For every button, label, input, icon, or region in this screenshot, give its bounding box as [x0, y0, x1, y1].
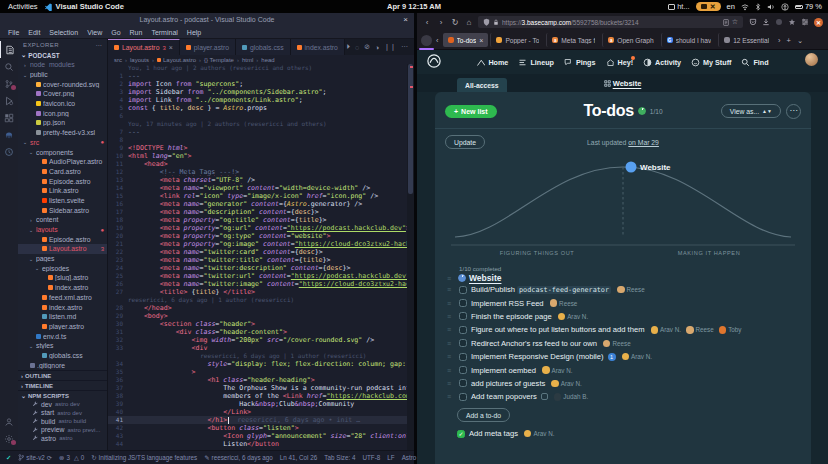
explorer-folder-episodes[interactable]: ⌄episodes [18, 263, 107, 273]
battery-indicator[interactable]: 79 % [795, 2, 822, 11]
explorer-file-favicon.ico[interactable]: favicon.ico [18, 99, 107, 109]
disable-icon[interactable]: ⊘ [364, 43, 370, 51]
breadcrumb-Layout.astro[interactable]: Layout.astro [157, 57, 196, 63]
explorer-file-listen.svelte[interactable]: listen.svelte [18, 196, 107, 206]
search-icon[interactable] [0, 58, 18, 75]
reload-button[interactable]: ↻ [450, 18, 460, 27]
explorer-folder-pages[interactable]: ⌄pages [18, 254, 107, 264]
explorer-folder-node_modules[interactable]: ›node_modules [18, 60, 107, 70]
bc-nav-mystuff[interactable]: My Stuff [691, 58, 731, 67]
menu-terminal[interactable]: Terminal [147, 29, 181, 36]
circle-icon[interactable]: ◌ [355, 44, 359, 51]
npm-script-start[interactable]: startastro dev [18, 409, 107, 418]
explorer-folder-layouts[interactable]: ⌄layouts● [18, 225, 107, 235]
npm-script-dev[interactable]: devastro dev [18, 400, 107, 409]
more-actions-icon[interactable]: ⋯ [401, 43, 408, 51]
tab-scroll-right-icon[interactable]: › [776, 36, 783, 45]
extensions-icon[interactable] [0, 109, 18, 126]
menu-selection[interactable]: Selection [45, 29, 82, 36]
todo-checkbox-checked[interactable]: ✓ [457, 430, 465, 438]
editor-tab-Layout.astro[interactable]: Layout.astro3× [108, 39, 180, 55]
menu-go[interactable]: Go [107, 29, 124, 36]
explorer-file-Card.astro[interactable]: Card.astro [18, 167, 107, 177]
explorer-file-Sidebar.astro[interactable]: Sidebar.astro [18, 205, 107, 215]
explorer-file-AudioPlayer.astro[interactable]: AudioPlayer.astro [18, 157, 107, 167]
editor-tab-player.astro[interactable]: player.astro [180, 39, 236, 55]
assignee-avatar[interactable] [651, 326, 659, 334]
explorer-folder-public[interactable]: ⌄public [18, 70, 107, 80]
settings-sliders-icon[interactable] [801, 18, 809, 26]
breadcrumb-{} Template[interactable]: {} Template [204, 57, 234, 63]
user-avatar[interactable] [805, 53, 818, 66]
explorer-icon[interactable] [0, 41, 18, 58]
assignee-avatar[interactable] [524, 430, 532, 438]
menu-view[interactable]: View [83, 29, 106, 36]
browser-tab-To-dos[interactable]: To-dos× [443, 33, 489, 47]
language-status[interactable]: ↻Initializing JS/TS language features [91, 454, 197, 461]
explorer-folder-styles[interactable]: ⌄styles [18, 341, 107, 351]
hill-chart[interactable]: Website FIGURING THINGS OUT MAKING IT HA… [447, 153, 799, 259]
run-editor-icon[interactable]: ⏵ [346, 43, 350, 51]
editor-scrollbar[interactable] [407, 64, 414, 450]
settings-gear-icon[interactable] [0, 430, 18, 447]
bc-nav-hey[interactable]: Hey! [606, 58, 634, 67]
assignee-avatar[interactable] [542, 366, 550, 374]
adblocker-extension-icon[interactable]: ✕ [814, 18, 823, 27]
assignee-avatar[interactable] [603, 340, 611, 348]
breadcrumb[interactable]: src›layouts›Layout.astro›{} Template›htm… [108, 55, 414, 64]
code-editor[interactable]: You, 1 hour ago | 2 authors (reesericci … [108, 64, 414, 450]
split-editor-icon[interactable]: ❘❘ [384, 43, 396, 51]
comment-count-badge[interactable]: 1 [608, 353, 616, 361]
explorer-file-Layout.astro[interactable]: Layout.astro3 [18, 244, 107, 254]
todo-checkbox[interactable] [459, 286, 467, 294]
privacy-extension-icon[interactable] [775, 18, 783, 26]
breadcrumb-layouts[interactable]: layouts [130, 57, 149, 63]
explorer-file-globals.css[interactable]: globals.css [18, 351, 107, 361]
explorer-folder-src[interactable]: ⌄src● [18, 138, 107, 148]
assignee-avatar[interactable] [617, 286, 625, 294]
last-updated-link[interactable]: on Mar 29 [628, 139, 659, 146]
explorer-file-feed.xml.astro[interactable]: feed.xml.astro [18, 293, 107, 303]
prettier-check-icon[interactable]: ✓ [6, 454, 11, 461]
npm-script-astro[interactable]: astroastro [18, 434, 107, 443]
back-button[interactable]: ‹ [422, 18, 432, 27]
half-circle-icon[interactable]: ◑ [375, 44, 379, 51]
npm-script-preview[interactable]: previewastro previ... [18, 426, 107, 435]
todo-list-title-link[interactable]: Website [469, 273, 501, 283]
bc-nav-home[interactable]: Home [476, 58, 508, 67]
assignee-avatar[interactable] [550, 299, 558, 307]
basecamp-logo[interactable] [427, 54, 441, 68]
shield-icon[interactable] [483, 18, 490, 26]
menu-run[interactable]: Run [126, 29, 147, 36]
explorer-file-[slug].astro[interactable]: [slug].astro [18, 273, 107, 283]
pocket-icon[interactable] [749, 18, 757, 26]
todo-checkbox[interactable] [459, 393, 467, 401]
todo-checkbox[interactable] [459, 326, 467, 334]
explorer-root-folder[interactable]: ⌄PODCAST [18, 50, 107, 60]
menu-help[interactable]: Help [183, 29, 205, 36]
explorer-file-icon.png[interactable]: icon.png [18, 108, 107, 118]
drag-handle-icon[interactable]: ≡ [447, 275, 455, 282]
todo-checkbox[interactable] [459, 312, 467, 320]
bc-nav-find[interactable]: Find [741, 58, 768, 67]
browser-tab-Meta Tags f[interactable]: aMeta Tags f [546, 33, 600, 47]
language-mode[interactable]: Astro [402, 454, 417, 461]
hill-point-website[interactable] [626, 162, 637, 173]
vscode-title-bar[interactable]: Layout.astro - podcast - Visual Studio C… [0, 13, 414, 26]
recording-indicator[interactable]: ✕ [696, 2, 721, 11]
browser-tab-Popper - To[interactable]: Popper - To [490, 33, 544, 47]
todo-checkbox[interactable] [459, 379, 467, 387]
explorer-file-Episode.astro[interactable]: Episode.astro [18, 234, 107, 244]
problems-indicator[interactable]: ⊗3 △0 [59, 454, 84, 461]
browser-tab-should I hav[interactable]: Gshould I hav [661, 33, 717, 47]
explorer-file-env.d.ts[interactable]: env.d.ts [18, 331, 107, 341]
explorer-folder-components[interactable]: ⌄components [18, 147, 107, 157]
more-options-button[interactable]: ⋯ [786, 104, 801, 119]
todo-checkbox[interactable] [459, 366, 467, 374]
explorer-file-Link.astro[interactable]: Link.astro [18, 186, 107, 196]
npm-scripts-panel-header[interactable]: ⌄NPM SCRIPTS [18, 390, 107, 400]
timeline-panel-header[interactable]: ›TIMELINE [18, 380, 107, 390]
todo-checkbox[interactable] [459, 339, 467, 347]
list-tabs-icon[interactable]: ⌄ [795, 36, 805, 45]
browser-tab-Open Graph[interactable]: aOpen Graph [602, 33, 658, 47]
